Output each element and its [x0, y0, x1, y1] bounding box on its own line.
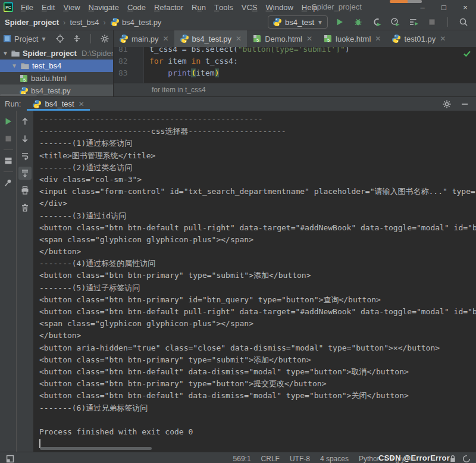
menu-file[interactable]: File — [17, 0, 37, 14]
close-icon[interactable]: ✕ — [306, 35, 312, 43]
coverage-button[interactable] — [370, 15, 383, 29]
tree-item-label: Spider_project — [23, 49, 77, 58]
rerun-button[interactable] — [2, 115, 15, 128]
minus-icon — [460, 99, 469, 109]
breadcrumb: Spider_project›test_bs4›bs4_test.py — [5, 17, 161, 27]
status-line-ending[interactable]: CRLF — [261, 455, 280, 463]
menu-refactor[interactable]: Refactor — [150, 0, 187, 14]
stop-button[interactable] — [425, 15, 439, 29]
settings-button[interactable] — [98, 32, 111, 45]
search-everywhere-button[interactable] — [457, 15, 470, 29]
run-tab[interactable]: bs4_test ✕ — [27, 97, 89, 111]
code-text: t_css4 = bs.select("button[type='submit'… — [143, 47, 350, 55]
tree-item-baidu-html[interactable]: 5baidu.html — [0, 72, 113, 85]
pycharm-window: PC FileEditViewNavigateCodeRefactorRunTo… — [0, 0, 476, 463]
run-console[interactable]: ----------------------------------------… — [34, 111, 476, 452]
menu-window[interactable]: Window — [262, 0, 298, 14]
close-icon[interactable]: ✕ — [440, 35, 446, 43]
close-button[interactable]: × — [455, 0, 476, 14]
menu-run[interactable]: Run — [187, 0, 210, 14]
print-button[interactable] — [18, 184, 32, 197]
soft-wrap-button[interactable] — [18, 149, 32, 162]
status-caret-position[interactable]: 569:1 — [233, 455, 251, 463]
concurrency-button[interactable] — [407, 15, 420, 29]
restore-layout-button[interactable] — [2, 154, 15, 167]
run-actions — [333, 15, 439, 29]
menu-tools[interactable]: Tools — [210, 0, 237, 14]
tree-item-spider-project[interactable]: ▼Spider_projectD:\Spider — [0, 47, 113, 60]
console-toolbar-col2 — [17, 111, 33, 452]
python-icon — [392, 34, 401, 43]
tree-item-test-bs4[interactable]: ▼test_bs4 — [0, 60, 113, 72]
tree-item-path: D:\Spider — [82, 49, 113, 58]
run-button[interactable] — [333, 15, 346, 29]
console-line: <button class="btn btn-primary" type="su… — [39, 354, 476, 366]
maximize-button[interactable]: □ — [433, 0, 455, 14]
close-icon[interactable]: ✕ — [236, 35, 242, 43]
profile-button[interactable] — [389, 15, 402, 29]
scroll-end-icon — [20, 168, 30, 178]
tree-item-label: bs4_test.py — [31, 86, 71, 95]
breadcrumb-item[interactable]: test_bs4 — [70, 18, 99, 27]
console-line — [39, 414, 476, 426]
arrow-up-icon — [20, 117, 30, 126]
project-tree-scrollbar[interactable] — [0, 94, 37, 96]
up-stacktrace-button[interactable] — [18, 115, 32, 128]
editor-tab-demo-html[interactable]: 5Demo.html✕ — [247, 30, 318, 47]
console-h-scrollbar[interactable] — [40, 447, 152, 450]
lock-icon[interactable] — [448, 454, 458, 463]
divider — [4, 171, 13, 172]
project-panel-title[interactable]: Project — [14, 35, 38, 43]
run-config-select[interactable]: bs4_test ▼ — [268, 15, 328, 29]
status-encoding[interactable]: UTF-8 — [290, 455, 310, 463]
clear-console-button[interactable] — [18, 201, 32, 214]
run-panel-body: ----------------------------------------… — [0, 111, 476, 452]
editor-tab-bs4-test-py[interactable]: bs4_test.py✕ — [174, 30, 248, 47]
console-line: <span class="glyphicon glyphicon-plus"><… — [39, 234, 476, 246]
html-icon: 5 — [323, 34, 333, 43]
code-context: for item in t_css4 — [152, 86, 206, 94]
breadcrumb-item[interactable]: Spider_project — [5, 18, 59, 27]
chevron-down-icon[interactable]: ▼ — [2, 50, 8, 57]
editor-tab-test01-py[interactable]: test01.py✕ — [386, 30, 451, 47]
breadcrumb-item[interactable]: bs4_test.py — [122, 18, 162, 27]
collapse-icon — [72, 34, 82, 43]
locate-file-button[interactable] — [54, 32, 67, 45]
down-stacktrace-button[interactable] — [18, 132, 32, 145]
python-icon — [119, 34, 129, 43]
gear-icon — [100, 34, 109, 43]
debug-icon — [353, 17, 363, 27]
console-toolbar-col1 — [0, 111, 17, 452]
status-interpreter[interactable]: Python 3.9 (pytho — [359, 455, 415, 463]
toolwindow-icon — [5, 454, 15, 463]
line-number: 83 — [114, 67, 143, 79]
status-indent-style[interactable]: 4 spaces — [320, 455, 349, 463]
soft-wrap-icon — [20, 151, 30, 161]
tree-item-label: baidu.html — [31, 74, 67, 83]
toolwindow-switcher-button[interactable] — [4, 452, 17, 463]
arrow-down-icon — [20, 134, 30, 143]
scroll-to-end-button[interactable] — [18, 167, 32, 180]
debug-button[interactable] — [352, 15, 365, 29]
editor-tab-main-py[interactable]: main.py✕ — [114, 30, 174, 47]
hide-panel-button[interactable] — [458, 98, 471, 111]
pin-tab-button[interactable] — [2, 176, 15, 189]
close-icon[interactable]: ✕ — [79, 100, 84, 108]
stop-button[interactable] — [2, 132, 15, 145]
chevron-down-icon[interactable]: ▼ — [11, 62, 18, 69]
close-icon[interactable]: ✕ — [375, 35, 381, 43]
menu-navigate[interactable]: Navigate — [84, 0, 123, 14]
close-icon[interactable]: ✕ — [163, 35, 169, 43]
menu-view[interactable]: View — [59, 0, 84, 14]
console-line: -------(3)通过id访问 — [39, 210, 476, 222]
menu-edit[interactable]: Edit — [37, 0, 59, 14]
notifications-icon[interactable] — [462, 454, 471, 463]
settings-button[interactable] — [440, 98, 453, 111]
menu-vcs[interactable]: VCS — [237, 0, 262, 14]
collapse-all-button[interactable] — [70, 32, 83, 45]
project-panel-header: Project ▼ — [0, 30, 113, 47]
menu-code[interactable]: Code — [123, 0, 150, 14]
pycharm-logo-icon: PC — [4, 2, 13, 12]
code-editor[interactable]: 81t_css4 = bs.select("button[type='submi… — [114, 47, 476, 83]
editor-tab-luoke-html[interactable]: 5luoke.html✕ — [318, 30, 386, 47]
